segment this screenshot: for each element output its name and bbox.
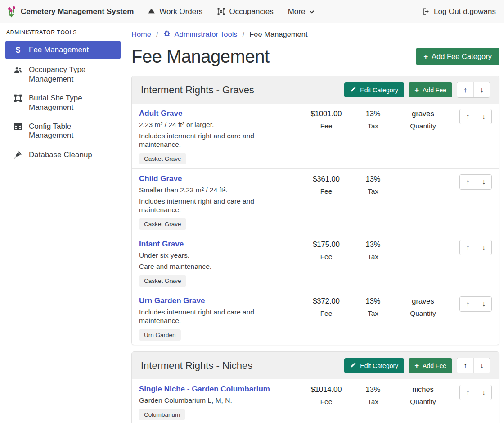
move-fee-down-button[interactable]: ↓ (476, 240, 491, 255)
move-fee-up-button[interactable]: ↑ (460, 175, 476, 189)
fee-category-card-graves: Interment Rights - Graves Edit Category … (131, 76, 500, 345)
tax-rate: 13% (351, 109, 395, 118)
sidebar-item-fee-management[interactable]: $ Fee Management (5, 41, 121, 59)
sidebar-item-label: Fee Management (29, 45, 89, 55)
fee-reorder-group: ↑ ↓ (459, 240, 492, 255)
move-fee-down-button[interactable]: ↓ (476, 297, 491, 311)
move-fee-up-button[interactable]: ↑ (460, 297, 476, 311)
gear-icon (163, 30, 171, 39)
tax-label: Tax (351, 253, 395, 261)
fee-name-link[interactable]: Urn Garden Grave (139, 296, 205, 305)
plus-icon: + (423, 53, 428, 60)
breadcrumb-current: Fee Management (249, 30, 307, 39)
chevron-down-icon (309, 9, 315, 15)
pencil-icon (350, 362, 356, 369)
fee-row: Infant Grave Under six years. Care and m… (132, 234, 499, 291)
move-fee-down-button[interactable]: ↓ (476, 175, 491, 189)
nav-occupancies[interactable]: Occupancies (217, 7, 273, 16)
category-reorder-group: ↑ ↓ (457, 358, 490, 373)
fee-amount: $1001.00 (301, 109, 351, 118)
fee-name-link[interactable]: Single Niche - Garden Columbarium (139, 384, 270, 394)
page-title: Fee Management (131, 46, 270, 67)
add-fee-category-button[interactable]: + Add Fee Category (416, 48, 500, 65)
tax-rate: 13% (351, 240, 395, 249)
edit-category-button[interactable]: Edit Category (344, 82, 404, 97)
quantity-unit: graves (395, 296, 451, 306)
nav-more-label: More (288, 7, 306, 16)
move-category-down-button[interactable]: ↓ (473, 358, 490, 373)
fee-type-badge: Columbarium (139, 409, 185, 420)
move-category-up-button[interactable]: ↑ (457, 358, 473, 373)
fee-reorder-group: ↑ ↓ (459, 174, 492, 190)
breadcrumb: Home / Administrator Tools / Fee Managem… (131, 30, 500, 39)
add-fee-button[interactable]: + Add Fee (409, 358, 452, 373)
plus-icon: + (414, 362, 419, 369)
occupancy-frame-icon (217, 7, 225, 16)
fee-description: 2.23 m² / 24 ft² or larger. (139, 121, 297, 129)
logout-link[interactable]: Log Out d.gowans (422, 7, 496, 16)
move-fee-up-button[interactable]: ↑ (460, 240, 476, 255)
tax-rate: 13% (351, 296, 395, 306)
fee-label: Fee (301, 187, 351, 196)
sidebar-item-label: Occupancy Type Management (29, 65, 116, 84)
main-nav: Work Orders Occupancies More (147, 7, 315, 16)
nav-more[interactable]: More (288, 7, 315, 16)
fee-description: Smaller than 2.23 m² / 24 ft². (139, 186, 297, 195)
move-category-down-button[interactable]: ↓ (473, 82, 490, 97)
breadcrumb-separator: / (156, 30, 158, 39)
fee-description: Includes interment right and care and ma… (139, 308, 297, 325)
fee-description: Garden Columbarium L, M, N. (139, 396, 297, 405)
fee-description: Care and maintenance. (139, 263, 297, 271)
fee-type-badge: Casket Grave (139, 218, 186, 230)
nav-occupancies-label: Occupancies (229, 7, 273, 16)
tax-label: Tax (351, 122, 395, 130)
quantity-label: Quantity (395, 398, 451, 406)
fee-name-link[interactable]: Child Grave (139, 174, 182, 183)
fee-amount: $361.00 (301, 174, 351, 184)
tax-rate: 13% (351, 174, 395, 184)
fee-name-link[interactable]: Infant Grave (139, 239, 184, 249)
fee-description: Includes interment right and care and ma… (139, 197, 297, 214)
move-category-up-button[interactable]: ↑ (457, 82, 473, 97)
hard-hat-icon (147, 7, 156, 16)
fee-row: Urn Garden Grave Includes interment righ… (132, 291, 499, 345)
fee-reorder-group: ↑ ↓ (459, 296, 492, 312)
nav-work-orders[interactable]: Work Orders (147, 7, 202, 16)
logout-label: Log Out d.gowans (434, 7, 496, 16)
add-fee-button[interactable]: + Add Fee (409, 82, 452, 97)
fee-amount: $1014.00 (301, 385, 351, 394)
fee-type-badge: Casket Grave (139, 275, 186, 287)
tax-label: Tax (351, 398, 395, 406)
breadcrumb-home-link[interactable]: Home (131, 30, 151, 39)
tax-label: Tax (351, 187, 395, 196)
tax-rate: 13% (351, 385, 395, 394)
fee-amount: $372.00 (301, 296, 351, 306)
edit-category-button[interactable]: Edit Category (344, 358, 404, 373)
fee-description: Under six years. (139, 251, 297, 260)
sidebar-item-label: Config Table Management (29, 122, 116, 141)
fee-reorder-group: ↑ ↓ (459, 109, 492, 124)
move-fee-up-button[interactable]: ↑ (460, 385, 476, 400)
sidebar-item-occupancy-type-management[interactable]: Occupancy Type Management (5, 62, 121, 87)
quantity-unit: niches (395, 385, 451, 394)
breadcrumb-admin-tools-link[interactable]: Administrator Tools (163, 30, 238, 39)
fee-type-badge: Urn Garden (139, 329, 181, 341)
fee-category-card-niches: Interment Rights - Niches Edit Category … (131, 351, 500, 423)
sidebar-item-burial-site-type-management[interactable]: Burial Site Type Management (5, 90, 121, 116)
sidebar-item-database-cleanup[interactable]: Database Cleanup (5, 147, 121, 163)
move-fee-up-button[interactable]: ↑ (460, 109, 476, 124)
quantity-unit: graves (395, 109, 451, 118)
fee-name-link[interactable]: Adult Grave (139, 109, 182, 118)
sidebar: ADMINISTRATOR TOOLS $ Fee Management Occ… (0, 23, 126, 175)
tax-label: Tax (351, 309, 395, 318)
fee-label: Fee (301, 309, 351, 318)
move-fee-down-button[interactable]: ↓ (476, 109, 491, 124)
breadcrumb-separator: / (243, 30, 245, 39)
move-fee-down-button[interactable]: ↓ (476, 385, 491, 400)
fee-label: Fee (301, 122, 351, 130)
sidebar-item-label: Database Cleanup (29, 150, 92, 159)
category-title: Interment Rights - Niches (141, 360, 252, 372)
sidebar-item-config-table-management[interactable]: Config Table Management (5, 118, 121, 144)
fee-row: Single Niche - Garden Columbarium Garden… (132, 379, 499, 423)
nav-work-orders-label: Work Orders (159, 7, 202, 16)
